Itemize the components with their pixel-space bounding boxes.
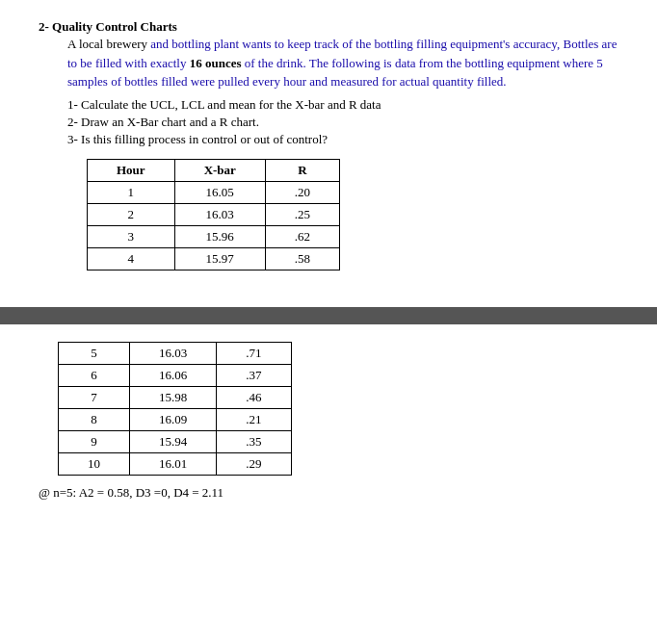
table-cell: .25	[265, 203, 339, 225]
table-cell: .21	[217, 408, 291, 430]
table-cell: 16.01	[130, 452, 217, 475]
page-divider	[0, 307, 657, 324]
table-cell: 15.94	[130, 430, 217, 452]
table-cell: 3	[88, 225, 175, 247]
intro-bold: 16 ounces	[190, 56, 242, 70]
section-title: 2- Quality Control Charts	[39, 19, 177, 34]
table-cell: 16.05	[174, 181, 265, 203]
data-table-1: Hour X-bar R 116.05.20216.03.25315.96.62…	[87, 159, 340, 270]
footnote: @ n=5: A2 = 0.58, D3 =0, D4 = 2.11	[39, 485, 618, 501]
table-cell: 16.03	[130, 342, 217, 364]
table-row: 516.03.71	[59, 342, 292, 364]
section-body: A local brewery and bottling plant wants…	[67, 35, 618, 270]
table-cell: .46	[217, 386, 291, 408]
table-row: 616.06.37	[59, 364, 292, 386]
page-content: 2- Quality Control Charts A local brewer…	[0, 0, 657, 290]
table-cell: 16.03	[174, 203, 265, 225]
table-cell: 15.96	[174, 225, 265, 247]
sub-item-3: 3- Is this filling process in control or…	[67, 132, 618, 147]
col-header-hour: Hour	[88, 159, 175, 181]
table-cell: 8	[59, 408, 130, 430]
table-cell: .20	[265, 181, 339, 203]
data-table-2: 516.03.71616.06.37715.98.46816.09.21915.…	[58, 342, 292, 476]
table-cell: 16.06	[130, 364, 217, 386]
table-cell: .62	[265, 225, 339, 247]
table-cell: 5	[59, 342, 130, 364]
table-cell: 1	[88, 181, 175, 203]
table-row: 715.98.46	[59, 386, 292, 408]
table-cell: .37	[217, 364, 291, 386]
col-header-xbar: X-bar	[174, 159, 265, 181]
intro-plain: A local brewery	[67, 37, 150, 51]
table-cell: 15.98	[130, 386, 217, 408]
intro-paragraph: A local brewery and bottling plant wants…	[67, 35, 618, 91]
table-cell: .71	[217, 342, 291, 364]
section-number: 2-	[39, 19, 49, 34]
table-cell: 16.09	[130, 408, 217, 430]
table-cell: 10	[59, 452, 130, 475]
col-header-r: R	[265, 159, 339, 181]
bottom-section: 516.03.71616.06.37715.98.46816.09.21915.…	[0, 342, 657, 501]
table-row: 915.94.35	[59, 430, 292, 452]
table-row: 415.97.58	[88, 247, 340, 270]
table-row: 116.05.20	[88, 181, 340, 203]
table-row: 816.09.21	[59, 408, 292, 430]
table-cell: 15.97	[174, 247, 265, 270]
sub-items-list: 1- Calculate the UCL, LCL and mean for t…	[67, 97, 618, 147]
section-title-text: Quality Control Charts	[52, 19, 177, 34]
table-row: 216.03.25	[88, 203, 340, 225]
sub-item-1: 1- Calculate the UCL, LCL and mean for t…	[67, 97, 618, 113]
table-cell: 4	[88, 247, 175, 270]
sub-item-2: 2- Draw an X-Bar chart and a R chart.	[67, 115, 618, 130]
table-cell: 2	[88, 203, 175, 225]
table-cell: .58	[265, 247, 339, 270]
table-cell: 9	[59, 430, 130, 452]
table-cell: .29	[217, 452, 291, 475]
table-cell: 6	[59, 364, 130, 386]
table-row: 1016.01.29	[59, 452, 292, 475]
table-cell: .35	[217, 430, 291, 452]
table-row: 315.96.62	[88, 225, 340, 247]
section-header: 2- Quality Control Charts	[39, 19, 618, 35]
table-cell: 7	[59, 386, 130, 408]
